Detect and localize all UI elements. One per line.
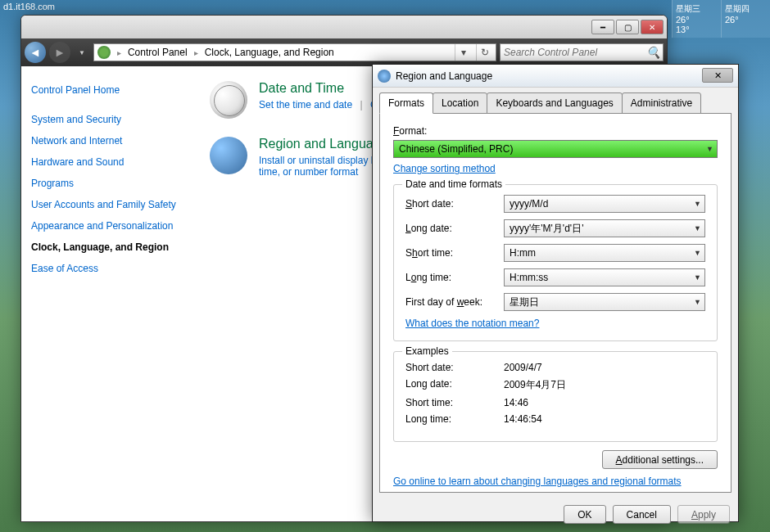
ex-label: Long date: <box>405 378 504 392</box>
ex-value: 2009年4月7日 <box>504 378 566 392</box>
ex-value: 14:46 <box>504 397 528 408</box>
tab-pane-formats: Format: Chinese (Simplified, PRC) ▼ Chan… <box>379 113 732 493</box>
tab-strip: Formats Location Keyboards and Languages… <box>373 88 738 114</box>
search-icon[interactable]: 🔍 <box>646 46 659 59</box>
search-input[interactable] <box>504 47 646 58</box>
clock-icon <box>210 81 247 119</box>
breadcrumb-root[interactable]: Control Panel <box>128 47 188 58</box>
chevron-right-icon[interactable]: ▸ <box>194 48 198 57</box>
long-time-combo[interactable]: H:mm:ss▼ <box>504 268 705 286</box>
long-date-combo[interactable]: yyyy'年'M'月'd'日'▼ <box>504 219 705 237</box>
combo-value: H:mm <box>510 247 536 259</box>
history-dropdown[interactable]: ▼ <box>79 49 85 56</box>
nav-bar: ◄ ► ▼ ▸ Control Panel ▸ Clock, Language,… <box>21 38 667 66</box>
sidebar-item-users[interactable]: User Accounts and Family Safety <box>31 194 183 215</box>
globe-icon <box>378 70 391 83</box>
dialog-button-row: OK Cancel Apply <box>373 500 738 532</box>
close-button[interactable]: ✕ <box>641 20 664 34</box>
first-day-combo[interactable]: 星期日▼ <box>504 293 705 311</box>
sidebar-item-hardware[interactable]: Hardware and Sound <box>31 151 183 173</box>
chevron-down-icon: ▼ <box>694 273 701 282</box>
chevron-down-icon: ▼ <box>694 298 701 306</box>
weather-day: 星期四 26° <box>721 0 770 38</box>
subcat-link[interactable]: Set the time and date <box>259 99 352 110</box>
ex-label: Short time: <box>405 397 504 408</box>
dialog-title: Region and Language <box>396 70 492 82</box>
ex-label: Short date: <box>405 362 504 373</box>
weather-hi: 26° <box>676 15 718 25</box>
sidebar-item-clock[interactable]: Clock, Language, and Region <box>31 237 183 258</box>
sidebar-item-home[interactable]: Control Panel Home <box>31 79 183 101</box>
ex-value: 14:46:54 <box>504 413 542 425</box>
chevron-down-icon: ▼ <box>694 249 701 257</box>
combo-value: 星期日 <box>510 295 539 309</box>
datetime-formats-group: Date and time formats Short date:yyyy/M/… <box>393 184 718 341</box>
sidebar-item-ease[interactable]: Ease of Access <box>31 258 183 279</box>
dialog-close-button[interactable]: ✕ <box>702 68 733 83</box>
breadcrumb-current[interactable]: Clock, Language, and Region <box>205 47 334 58</box>
format-combo[interactable]: Chinese (Simplified, PRC) ▼ <box>393 140 718 158</box>
additional-settings-button[interactable]: Additional settings... <box>602 450 718 469</box>
titlebar[interactable]: ━ ▢ ✕ <box>21 16 667 38</box>
weather-lo: 13° <box>676 25 718 34</box>
tab-keyboards[interactable]: Keyboards and Languages <box>487 92 622 114</box>
weather-day: 星期三 26° 13° <box>672 0 721 38</box>
combo-value: yyyy/M/d <box>510 198 548 210</box>
notation-link[interactable]: What does the notation mean? <box>405 318 539 329</box>
chevron-down-icon: ▼ <box>694 200 701 208</box>
dialog-titlebar[interactable]: Region and Language ✕ <box>373 65 738 88</box>
group-title: Date and time formats <box>402 178 505 190</box>
weather-widget: 星期三 26° 13° 星期四 26° <box>672 0 770 38</box>
back-button[interactable]: ◄ <box>25 42 46 63</box>
chevron-down-icon: ▼ <box>694 224 701 232</box>
maximize-button[interactable]: ▢ <box>616 20 639 34</box>
short-date-combo[interactable]: yyyy/M/d▼ <box>504 195 705 213</box>
refresh-button[interactable]: ↻ <box>476 44 492 61</box>
chevron-down-icon: ▼ <box>706 145 713 153</box>
weather-dayname: 星期四 <box>725 3 767 15</box>
cancel-button[interactable]: Cancel <box>613 505 671 524</box>
control-panel-icon <box>97 46 111 59</box>
address-dropdown[interactable]: ▾ <box>455 44 471 61</box>
format-label: Format: <box>393 125 718 137</box>
minimize-button[interactable]: ━ <box>591 20 614 34</box>
page-url: d1.it168.com <box>0 0 58 13</box>
chevron-right-icon[interactable]: ▸ <box>117 48 121 57</box>
weather-dayname: 星期三 <box>676 3 718 15</box>
globe-icon <box>210 137 247 174</box>
row-label: Long time: <box>405 272 504 283</box>
format-value: Chinese (Simplified, PRC) <box>399 143 513 155</box>
group-title: Examples <box>402 345 452 357</box>
row-label: Long date: <box>405 223 504 234</box>
row-label: Short date: <box>405 198 504 210</box>
row-label: Short time: <box>405 247 504 259</box>
region-language-dialog: Region and Language ✕ Formats Location K… <box>372 64 739 522</box>
weather-hi: 26° <box>725 15 767 25</box>
tab-location[interactable]: Location <box>433 92 487 114</box>
ex-value: 2009/4/7 <box>504 362 542 373</box>
row-label: First day of week: <box>405 296 504 308</box>
sidebar-item-network[interactable]: Network and Internet <box>31 130 183 151</box>
tab-formats[interactable]: Formats <box>379 92 433 114</box>
search-box[interactable]: 🔍 <box>500 43 664 61</box>
ok-button[interactable]: OK <box>564 505 605 524</box>
tab-administrative[interactable]: Administrative <box>622 92 701 114</box>
combo-value: H:mm:ss <box>510 272 548 283</box>
sidebar: Control Panel Home System and Security N… <box>21 66 193 521</box>
ex-label: Long time: <box>405 413 504 425</box>
short-time-combo[interactable]: H:mm▼ <box>504 244 705 262</box>
apply-button[interactable]: Apply <box>677 505 730 524</box>
combo-value: yyyy'年'M'月'd'日' <box>510 222 583 236</box>
forward-button[interactable]: ► <box>49 42 70 63</box>
sidebar-item-programs[interactable]: Programs <box>31 173 183 194</box>
examples-group: Examples Short date:2009/4/7 Long date:2… <box>393 351 718 442</box>
change-sort-link[interactable]: Change sorting method <box>393 163 496 174</box>
online-help-link[interactable]: Go online to learn about changing langua… <box>393 476 682 487</box>
address-bar[interactable]: ▸ Control Panel ▸ Clock, Language, and R… <box>93 43 496 61</box>
sidebar-item-system[interactable]: System and Security <box>31 109 183 130</box>
sidebar-item-appearance[interactable]: Appearance and Personalization <box>31 215 183 237</box>
